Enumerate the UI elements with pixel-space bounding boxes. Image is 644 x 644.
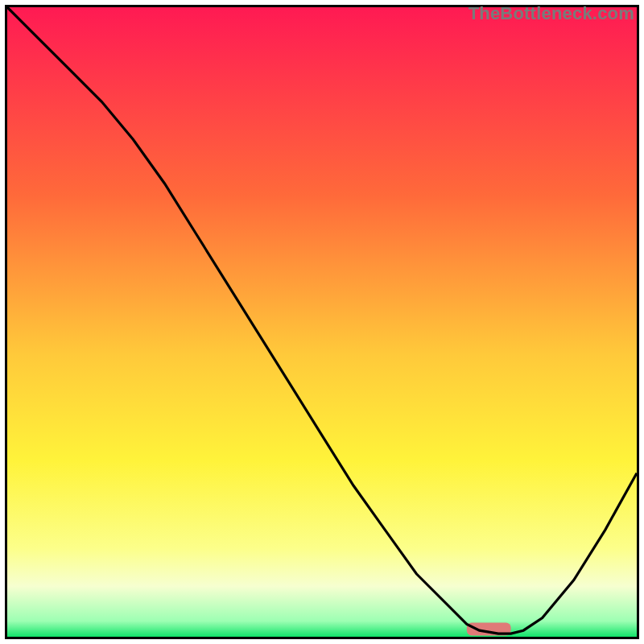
bottleneck-chart xyxy=(7,7,637,637)
watermark-text: TheBottleneck.com xyxy=(469,3,634,24)
